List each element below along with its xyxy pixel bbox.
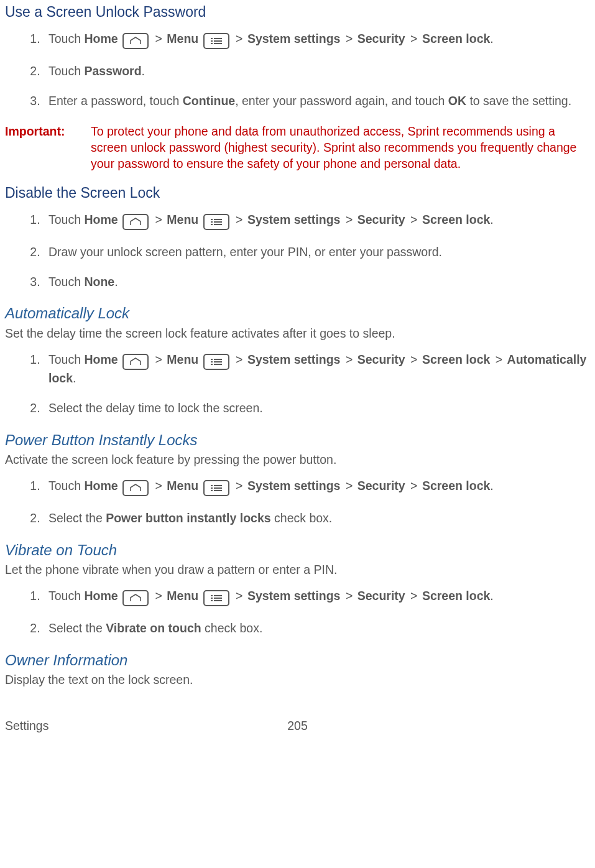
steps-vot: Touch Home > Menu > System settings > Se… (5, 588, 590, 636)
home-icon (122, 354, 149, 370)
heading-disable: Disable the Screen Lock (5, 183, 590, 203)
step-item: Touch Home > Menu > System settings > Se… (44, 351, 590, 386)
separator: > (236, 32, 242, 45)
step-item: Select the Vibrate on touch check box. (44, 620, 590, 636)
steps-use-password: Touch Home > Menu > System settings > Se… (5, 30, 590, 109)
step-item: Touch None. (44, 274, 590, 290)
svg-rect-4 (211, 43, 213, 44)
label-ok: OK (448, 94, 466, 108)
separator: > (346, 32, 353, 45)
desc-owner-information: Display the text on the lock screen. (5, 672, 590, 688)
svg-rect-6 (211, 219, 213, 220)
separator: > (155, 479, 162, 492)
label-continue: Continue (183, 94, 235, 108)
step-item: Touch Home > Menu > System settings > Se… (44, 30, 590, 49)
separator: > (410, 589, 417, 603)
step-item: Touch Home > Menu > System settings > Se… (44, 478, 590, 496)
separator: > (410, 479, 417, 492)
svg-rect-9 (214, 221, 222, 223)
separator: > (410, 32, 417, 45)
svg-rect-18 (211, 485, 213, 486)
separator: > (236, 353, 242, 366)
footer-page-number: 205 (287, 718, 308, 734)
svg-rect-12 (211, 359, 213, 360)
step-item: Touch Password. (44, 63, 590, 79)
heading-use-password: Use a Screen Unlock Password (5, 2, 590, 22)
heading-automatically-lock: Automatically Lock (5, 303, 590, 323)
label-system-settings: System settings (247, 479, 341, 492)
important-note: Important: To protect your phone and dat… (5, 123, 590, 172)
label-system-settings: System settings (247, 589, 341, 603)
separator: > (346, 213, 353, 226)
svg-rect-17 (214, 364, 222, 365)
home-icon (122, 480, 149, 496)
svg-rect-8 (211, 221, 213, 223)
desc-power-button: Activate the screen lock feature by pres… (5, 451, 590, 468)
label-screen-lock: Screen lock (422, 479, 490, 492)
separator: > (155, 32, 162, 45)
label-home: Home (84, 32, 118, 45)
steps-autolock: Touch Home > Menu > System settings > Se… (5, 351, 590, 417)
separator: > (236, 589, 242, 603)
svg-rect-28 (211, 600, 213, 601)
page-footer: Settings 205 (5, 718, 590, 734)
svg-rect-7 (214, 219, 222, 220)
important-text: To protect your phone and data from unau… (91, 123, 590, 172)
label-vot: Vibrate on touch (106, 621, 201, 635)
menu-icon (203, 480, 229, 496)
step-item: Select the delay time to lock the screen… (44, 400, 590, 416)
step-item: Enter a password, touch Continue, enter … (44, 93, 590, 109)
svg-rect-11 (214, 224, 222, 225)
svg-rect-14 (211, 361, 213, 362)
steps-pbil: Touch Home > Menu > System settings > Se… (5, 478, 590, 526)
label-screen-lock: Screen lock (422, 213, 490, 226)
svg-rect-2 (211, 40, 213, 42)
menu-icon (203, 590, 229, 606)
label-screen-lock: Screen lock (422, 353, 490, 366)
separator: > (496, 353, 502, 366)
label-security: Security (357, 353, 405, 366)
label-screen-lock: Screen lock (422, 589, 490, 603)
label-system-settings: System settings (247, 353, 341, 366)
step-item: Touch Home > Menu > System settings > Se… (44, 211, 590, 230)
label-password: Password (84, 64, 141, 78)
label-home: Home (84, 589, 118, 603)
svg-rect-20 (211, 487, 213, 489)
separator: > (346, 479, 353, 492)
desc-automatically-lock: Set the delay time the screen lock featu… (5, 325, 590, 341)
label-security: Security (357, 589, 405, 603)
footer-section-name: Settings (5, 719, 48, 732)
label-system-settings: System settings (247, 32, 341, 45)
svg-rect-1 (214, 38, 222, 39)
important-label: Important: (5, 123, 91, 172)
step-item: Draw your unlock screen pattern, enter y… (44, 244, 590, 260)
svg-rect-19 (214, 485, 222, 486)
menu-icon (203, 214, 229, 230)
svg-rect-24 (211, 595, 213, 596)
home-icon (122, 214, 149, 230)
label-home: Home (84, 353, 118, 366)
separator: > (346, 353, 353, 366)
step-item: Touch Home > Menu > System settings > Se… (44, 588, 590, 606)
svg-rect-5 (214, 43, 222, 44)
svg-rect-13 (214, 359, 222, 360)
heading-owner-information: Owner Information (5, 650, 590, 670)
steps-disable: Touch Home > Menu > System settings > Se… (5, 211, 590, 290)
separator: > (236, 213, 242, 226)
separator: > (346, 589, 353, 603)
label-none: None (84, 275, 114, 289)
label-home: Home (84, 213, 118, 226)
label-security: Security (357, 213, 405, 226)
label-security: Security (357, 32, 405, 45)
svg-rect-21 (214, 487, 222, 489)
svg-rect-23 (214, 490, 222, 491)
menu-icon (203, 33, 229, 49)
label-menu: Menu (167, 589, 198, 603)
label-home: Home (84, 479, 118, 492)
svg-rect-25 (214, 595, 222, 596)
separator: > (155, 213, 162, 226)
step-item: Select the Power button instantly locks … (44, 510, 590, 526)
separator: > (155, 353, 162, 366)
label-screen-lock: Screen lock (422, 32, 490, 45)
desc-vibrate-on-touch: Let the phone vibrate when you draw a pa… (5, 561, 590, 578)
